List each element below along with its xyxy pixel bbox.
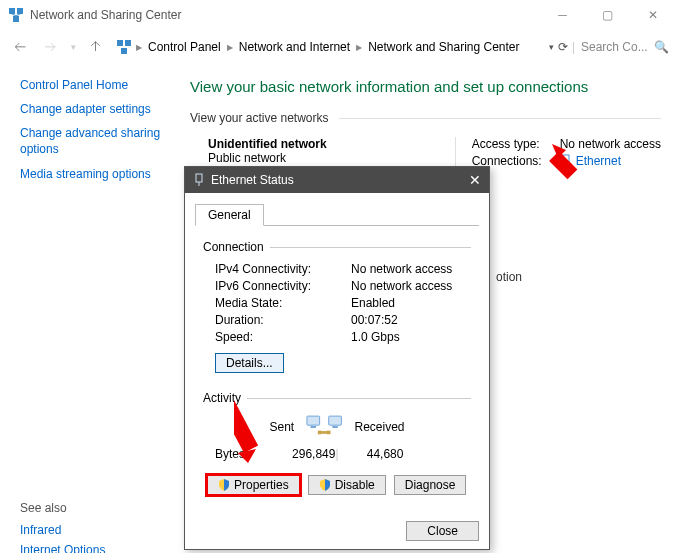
tab-general[interactable]: General [195,204,264,226]
svg-rect-15 [307,416,320,425]
close-button[interactable]: ✕ [630,0,675,30]
network-center-icon [8,7,24,23]
svg-rect-7 [121,48,127,54]
sent-label: Sent [269,420,294,434]
shield-icon [319,479,331,491]
chevron-right-icon: ▶ [356,43,362,52]
see-also-link[interactable]: Infrared [20,523,178,537]
close-dialog-button[interactable]: Close [406,521,479,541]
page-heading: View your basic network information and … [190,78,661,95]
window-title: Network and Sharing Center [30,8,181,22]
svg-rect-2 [13,16,19,22]
ethernet-icon [193,173,205,187]
control-panel-home-link[interactable]: Control Panel Home [20,78,178,92]
chevron-right-icon: ▶ [227,43,233,52]
svg-rect-20 [327,431,331,435]
sidebar: Control Panel Home Change adapter settin… [0,64,190,553]
properties-button[interactable]: Properties [207,475,300,495]
diagnose-button[interactable]: Diagnose [394,475,467,495]
maximize-button[interactable]: ▢ [585,0,630,30]
kv-key: Media State: [215,296,351,310]
bytes-label: Bytes: [215,447,271,461]
bytes-sent-value: 296,849 [271,447,336,461]
activity-group-label: Activity [203,391,241,405]
window-titlebar: Network and Sharing Center ─ ▢ ✕ [0,0,675,30]
ethernet-icon [560,154,572,168]
navigation-bar: 🡠 🡢 ▾ 🡡 ▶ Control Panel ▶ Network and In… [0,30,675,64]
breadcrumb-item[interactable]: Network and Sharing Center [366,40,521,54]
received-label: Received [354,420,404,434]
svg-rect-16 [329,416,342,425]
svg-rect-6 [125,40,131,46]
refresh-button[interactable]: ⟳ [558,40,568,54]
svg-line-4 [16,14,20,16]
forward-button[interactable]: 🡢 [36,33,64,61]
shield-icon [218,479,230,491]
network-type: Public network [208,151,327,165]
chevron-right-icon: ▶ [136,43,142,52]
back-button[interactable]: 🡠 [6,33,34,61]
kv-val: Enabled [351,296,471,310]
svg-rect-18 [332,426,337,428]
sidebar-link[interactable]: Change advanced sharing options [20,126,178,157]
breadcrumb-item[interactable]: Control Panel [146,40,223,54]
search-placeholder: Search Co... [581,40,648,54]
svg-rect-1 [17,8,23,14]
disable-button[interactable]: Disable [308,475,386,495]
dialog-close-button[interactable]: ✕ [469,172,481,188]
up-button[interactable]: 🡡 [82,33,110,61]
access-type-label: Access type: [472,137,552,151]
disable-button-label: Disable [335,478,375,492]
dialog-titlebar[interactable]: Ethernet Status ✕ [185,167,489,193]
access-type-value: No network access [560,137,661,151]
network-name: Unidentified network [208,137,327,151]
see-also-link[interactable]: Internet Options [20,543,178,553]
svg-rect-8 [563,155,569,163]
breadcrumb-item[interactable]: Network and Internet [237,40,352,54]
ethernet-link[interactable]: Ethernet [560,154,621,168]
see-also-heading: See also [20,501,178,515]
sidebar-link[interactable]: Media streaming options [20,167,178,181]
activity-computers-icon [306,413,342,441]
breadcrumb[interactable]: ▶ Control Panel ▶ Network and Internet ▶… [112,35,547,59]
svg-rect-13 [196,174,202,182]
kv-val: 00:07:52 [351,313,471,327]
search-icon: 🔍 [654,40,669,54]
network-center-icon [116,39,132,55]
kv-key: Duration: [215,313,351,327]
minimize-button[interactable]: ─ [540,0,585,30]
kv-val: No network access [351,262,471,276]
svg-rect-0 [9,8,15,14]
svg-rect-19 [318,431,322,435]
partial-text: otion [496,270,522,284]
kv-key: Speed: [215,330,351,344]
kv-key: IPv6 Connectivity: [215,279,351,293]
svg-rect-17 [311,426,316,428]
sidebar-link[interactable]: Change adapter settings [20,102,178,116]
details-button[interactable]: Details... [215,353,284,373]
ethernet-status-dialog: Ethernet Status ✕ General Connection IPv… [184,166,490,550]
connection-group-label: Connection [203,240,264,254]
search-input[interactable]: Search Co... 🔍 [579,36,669,58]
bytes-received-value: 44,680 [339,447,404,461]
dialog-title: Ethernet Status [211,173,294,187]
breadcrumb-dropdown-icon[interactable]: ▾ [549,42,554,52]
svg-rect-5 [117,40,123,46]
properties-button-label: Properties [234,478,289,492]
ethernet-link-label: Ethernet [576,154,621,168]
kv-val: No network access [351,279,471,293]
svg-line-3 [12,14,16,16]
recent-dropdown[interactable]: ▾ [66,33,80,61]
kv-val: 1.0 Gbps [351,330,471,344]
active-networks-label: View your active networks [190,111,329,125]
kv-key: IPv4 Connectivity: [215,262,351,276]
